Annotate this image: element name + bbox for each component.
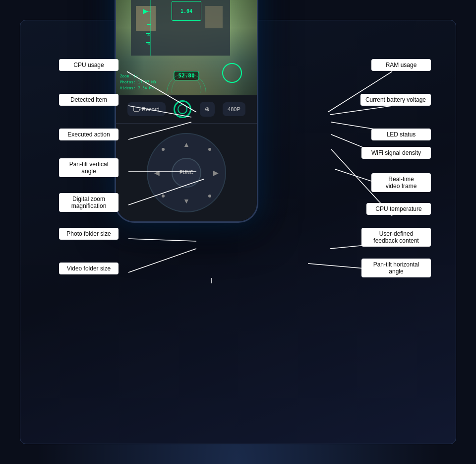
svg-line-10 (128, 239, 196, 241)
label-video-folder: Video folder size (59, 263, 119, 274)
label-led-status: LED status (371, 129, 431, 140)
outer-frame: ☎ → ◉ CPU: 22.3% RAM: 14.5% 11.9 V (20, 20, 456, 444)
svg-line-3 (330, 106, 392, 115)
capture-inner (178, 104, 187, 114)
capture-button[interactable] (174, 100, 191, 118)
label-photo-folder: Photo folder size (59, 228, 119, 240)
record-play-icon (139, 108, 141, 111)
tick-4 (147, 24, 151, 25)
hud-bottom-info: Zoom: 1x Photos: 17.87 MB Videos: 7.54 M… (120, 73, 156, 91)
shoot-button[interactable] (222, 63, 242, 83)
phone-screen: ☎ → ◉ CPU: 22.3% RAM: 14.5% 11.9 V (116, 0, 257, 221)
label-executed-action: Executed action (59, 129, 119, 140)
label-realtime-video: Real-time video frame (371, 173, 431, 192)
photos-label: Photos: 17.87 MB (120, 80, 156, 84)
tick-3 (147, 11, 151, 11)
zoom-label: Zoom: 1x (120, 74, 138, 78)
resolution-label: 480P (228, 106, 240, 112)
phone-controls: Record ⊕ 480P ▲ (116, 95, 257, 221)
svg-line-13 (128, 249, 196, 272)
dpad-right[interactable]: ▶ (213, 169, 219, 177)
dpad-dot-tl (162, 148, 165, 151)
compass-area (167, 73, 206, 93)
camera-view: ☎ → ◉ CPU: 22.3% RAM: 14.5% 11.9 V (116, 0, 257, 95)
label-cpu-usage: CPU usage (59, 59, 119, 71)
label-wifi-signal: WiFi signal density (361, 147, 431, 159)
svg-line-1 (328, 71, 392, 112)
func-label: FUNC (179, 170, 193, 175)
control-bar: Record ⊕ 480P (116, 95, 257, 124)
tick-6: -45 (146, 42, 150, 43)
dpad-func-button[interactable]: FUNC (172, 158, 201, 188)
dpad-left[interactable]: ◀ (154, 169, 160, 177)
dpad-area: ▲ ▼ ◀ ▶ FUNC (116, 124, 257, 221)
dpad-dot-bl (162, 195, 165, 198)
tick-5: -30 (146, 33, 150, 34)
phone: ☎ → ◉ CPU: 22.3% RAM: 14.5% 11.9 V (115, 0, 258, 223)
record-icon (133, 107, 139, 112)
hud-overlay: ☎ → ◉ CPU: 22.3% RAM: 14.5% 11.9 V (116, 0, 257, 95)
zoom-value: 1.04 (180, 8, 192, 14)
zoom-control[interactable]: ⊕ (200, 102, 215, 117)
label-battery-voltage: Current battery voltage (360, 94, 431, 106)
dpad-dot-tr (208, 148, 211, 151)
record-button[interactable]: Record (127, 102, 165, 116)
scale-line (150, 0, 151, 56)
label-user-defined: User-defined feedback content (361, 228, 431, 247)
label-cpu-temp: CPU temperature (366, 203, 431, 215)
dpad-dot-br (208, 195, 211, 198)
zoom-ctrl-icon: ⊕ (205, 106, 210, 113)
label-detected-item: Detected item (59, 94, 119, 106)
dpad-down[interactable]: ▼ (183, 197, 190, 205)
videos-label: Videos: 7.54 MB (120, 86, 154, 90)
dpad-up[interactable]: ▲ (183, 140, 190, 148)
label-pan-tilt-horizontal: Pan-tilt horizontal angle (361, 259, 431, 277)
label-ram-usage: RAM usage (371, 59, 431, 71)
label-digital-zoom: Digital zoom magnification (59, 193, 119, 212)
zoom-box: 1.04 (172, 1, 201, 21)
label-pan-tilt-vertical: Pan-tilt vertical angle (59, 158, 119, 177)
vertical-scale: ▶ 15 -30 -45 (141, 0, 151, 56)
dpad: ▲ ▼ ◀ ▶ FUNC (147, 133, 226, 212)
resolution-button[interactable]: 480P (223, 102, 245, 116)
record-label: Record (142, 106, 159, 112)
